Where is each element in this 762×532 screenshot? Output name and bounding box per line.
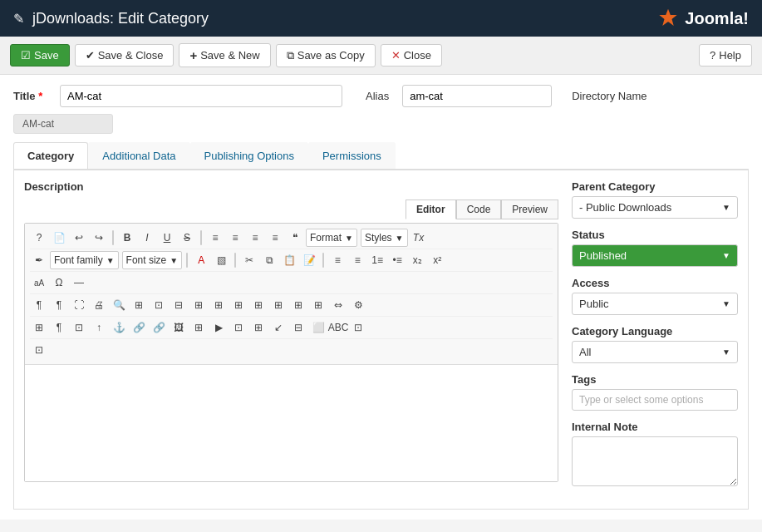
- superscript-tool[interactable]: x²: [428, 251, 446, 269]
- del-col-tool[interactable]: ⊡: [150, 296, 168, 314]
- styles-select[interactable]: Styles ▼: [361, 229, 408, 247]
- tab-category[interactable]: Category: [13, 142, 88, 169]
- tab-publishing-options[interactable]: Publishing Options: [190, 142, 308, 169]
- fullscreen-tool[interactable]: ⛶: [70, 296, 88, 314]
- save-button[interactable]: ☑ Save: [10, 44, 70, 66]
- table-tool[interactable]: ⊞: [130, 296, 148, 314]
- italic-tool[interactable]: I: [138, 229, 156, 247]
- hr-tool[interactable]: —: [70, 273, 88, 292]
- tab-additional-data[interactable]: Additional Data: [88, 142, 189, 169]
- omega-tool[interactable]: Ω: [50, 273, 68, 292]
- bg-color-tool[interactable]: ▧: [212, 251, 230, 269]
- spell-tool[interactable]: ABC: [329, 318, 347, 337]
- parent-category-select[interactable]: - Public Downloads ▼: [572, 196, 738, 219]
- extra-tool[interactable]: ⊡: [349, 318, 367, 337]
- format-para-tool[interactable]: ¶: [30, 296, 48, 314]
- align-center-tool[interactable]: ≡: [226, 229, 244, 247]
- help-button[interactable]: ? Help: [699, 44, 752, 66]
- grid8-tool[interactable]: ⊞: [309, 296, 327, 314]
- align-left-tool[interactable]: ≡: [206, 229, 224, 247]
- resize-tool[interactable]: ⇔: [329, 296, 347, 314]
- alias-input[interactable]: [402, 85, 552, 107]
- paste-text-tool[interactable]: 📝: [300, 251, 318, 269]
- cols-tool[interactable]: ⊞: [249, 318, 268, 337]
- status-select[interactable]: Published ▼: [572, 244, 738, 267]
- strikethrough-tool[interactable]: S: [178, 229, 196, 247]
- new-doc-tool[interactable]: 📄: [50, 229, 68, 247]
- editor-body[interactable]: [25, 365, 558, 481]
- grid-view-tool[interactable]: ⊞: [30, 318, 48, 337]
- subscript-tool[interactable]: x₂: [408, 251, 426, 269]
- font-size-select[interactable]: Font size ▼: [122, 251, 183, 269]
- toolbar: ☑ Save ✔ Save & Close + Save & New ⧉ Sav…: [0, 37, 762, 75]
- delete-col-tool[interactable]: ⊟: [289, 318, 307, 337]
- access-select[interactable]: Public ▼: [572, 293, 738, 315]
- align-justify-tool[interactable]: ≡: [266, 229, 284, 247]
- unordered-list-tool[interactable]: •≡: [388, 251, 406, 269]
- align-right-tool[interactable]: ≡: [246, 229, 264, 247]
- description-label: Description: [24, 180, 558, 193]
- redo-tool[interactable]: ↪: [90, 229, 108, 247]
- paste-tool[interactable]: 📋: [280, 251, 298, 269]
- undo-tool[interactable]: ↩: [70, 229, 88, 247]
- parent-category-arrow: ▼: [722, 203, 730, 212]
- align-left2-tool[interactable]: ≡: [328, 251, 347, 269]
- settings-tool[interactable]: ⚙: [349, 296, 367, 314]
- font-family-select[interactable]: Font family ▼: [50, 251, 119, 269]
- print-tool[interactable]: 🖨: [90, 296, 108, 314]
- grid1-tool[interactable]: ⊟: [170, 296, 188, 314]
- smaller-tool[interactable]: aA: [30, 273, 48, 292]
- font-color-tool[interactable]: A: [192, 251, 210, 269]
- tags-input[interactable]: Type or select some options: [572, 389, 738, 411]
- box-tool[interactable]: ⬜: [309, 318, 327, 337]
- para2-tool[interactable]: ¶: [50, 318, 68, 337]
- dotted-tool[interactable]: ⊡: [70, 318, 88, 337]
- grid2-tool[interactable]: ⊞: [189, 296, 208, 314]
- clear-format-tool[interactable]: Tx: [410, 229, 428, 247]
- grid4-tool[interactable]: ⊞: [229, 296, 248, 314]
- internal-note-textarea[interactable]: [572, 436, 738, 486]
- blockquote-tool[interactable]: ❝: [286, 229, 304, 247]
- grid3-tool[interactable]: ⊞: [209, 296, 228, 314]
- save-copy-button[interactable]: ⧉ Save as Copy: [276, 44, 376, 67]
- access-label: Access: [572, 277, 738, 289]
- tab-permissions[interactable]: Permissions: [308, 142, 396, 169]
- grid6-tool[interactable]: ⊞: [269, 296, 288, 314]
- tab-content-area: Description Editor Code Preview ? 📄 ↩ ↪: [13, 170, 749, 510]
- unlink-tool[interactable]: 🔗: [130, 318, 148, 337]
- help-tool[interactable]: ?: [30, 229, 48, 247]
- grid5-tool[interactable]: ⊞: [249, 296, 268, 314]
- save-new-button[interactable]: + Save & New: [179, 43, 270, 67]
- close-button[interactable]: ✕ Close: [381, 44, 442, 66]
- editor-tab-editor[interactable]: Editor: [406, 200, 456, 219]
- category-language-arrow: ▼: [722, 347, 730, 357]
- tags-group: Tags Type or select some options: [572, 373, 738, 411]
- anchor-tool[interactable]: ⚓: [110, 318, 128, 337]
- copy-tool[interactable]: ⧉: [260, 251, 278, 269]
- zoom-tool[interactable]: 🔍: [110, 296, 128, 314]
- format-select[interactable]: Format ▼: [306, 229, 357, 247]
- frame-tool[interactable]: ⊡: [30, 341, 48, 359]
- form-tool[interactable]: ⊡: [229, 318, 248, 337]
- bold-tool[interactable]: B: [118, 229, 136, 247]
- cut-tool[interactable]: ✂: [240, 251, 258, 269]
- media-tool[interactable]: ▶: [209, 318, 228, 337]
- ordered-list-tool[interactable]: 1≡: [368, 251, 386, 269]
- access-group: Access Public ▼: [572, 277, 738, 315]
- copy-icon: ⧉: [287, 49, 294, 62]
- upload-tool[interactable]: ↑: [90, 318, 108, 337]
- align-center2-tool[interactable]: ≡: [348, 251, 366, 269]
- pen-tool[interactable]: ✒: [30, 251, 48, 269]
- grid7-tool[interactable]: ⊞: [289, 296, 307, 314]
- img2-tool[interactable]: ⊞: [189, 318, 208, 337]
- category-language-select[interactable]: All ▼: [572, 341, 738, 363]
- editor-tab-code[interactable]: Code: [456, 200, 502, 219]
- show-para-tool[interactable]: ¶: [50, 296, 68, 314]
- img-tool[interactable]: 🖼: [170, 318, 188, 337]
- link-tool[interactable]: 🔗: [150, 318, 168, 337]
- underline-tool[interactable]: U: [158, 229, 176, 247]
- insert-tool[interactable]: ↙: [269, 318, 288, 337]
- save-close-button[interactable]: ✔ Save & Close: [75, 44, 175, 66]
- editor-tab-preview[interactable]: Preview: [501, 200, 558, 219]
- title-input[interactable]: [60, 85, 342, 107]
